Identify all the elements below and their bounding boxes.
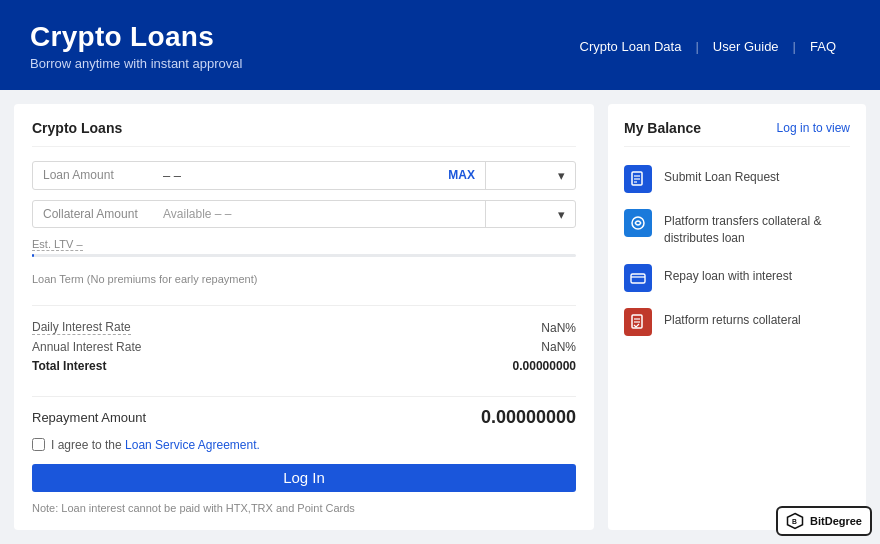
svg-text:B: B <box>792 518 797 525</box>
repayment-label: Repayment Amount <box>32 410 146 425</box>
main-content: Crypto Loans Loan Amount – – MAX ▾ Colla… <box>0 90 880 544</box>
separator-2 <box>32 396 576 397</box>
max-button[interactable]: MAX <box>448 168 475 182</box>
left-panel: Crypto Loans Loan Amount – – MAX ▾ Colla… <box>14 104 594 530</box>
ltv-bar-container <box>32 254 576 257</box>
step-transfer: Platform transfers collateral & distribu… <box>624 209 850 248</box>
page-subtitle: Borrow anytime with instant approval <box>30 56 242 71</box>
nav-user-guide[interactable]: User Guide <box>699 39 793 54</box>
chevron-down-icon-2: ▾ <box>558 207 565 222</box>
agreement-text: I agree to the Loan Service Agreement. <box>51 438 260 452</box>
note-text: Note: Loan interest cannot be paid with … <box>32 502 576 514</box>
annual-interest-label: Annual Interest Rate <box>32 340 141 354</box>
agreement-row: I agree to the Loan Service Agreement. <box>32 438 576 452</box>
step-return: Platform returns collateral <box>624 308 850 336</box>
separator-1 <box>32 305 576 306</box>
ltv-row: Est. LTV – <box>32 238 576 267</box>
return-icon <box>624 308 652 336</box>
step-repay: Repay loan with interest <box>624 264 850 292</box>
nav-faq[interactable]: FAQ <box>796 39 850 54</box>
step-list: Submit Loan Request Platform transfers c… <box>624 165 850 336</box>
submit-icon <box>624 165 652 193</box>
rates-section: Daily Interest Rate NaN% Annual Interest… <box>32 320 576 378</box>
annual-interest-value: NaN% <box>541 340 576 354</box>
total-interest-label: Total Interest <box>32 359 106 373</box>
transfer-icon-svg <box>630 215 646 231</box>
document-icon <box>630 171 646 187</box>
total-interest-value: 0.00000000 <box>513 359 576 373</box>
repayment-row: Repayment Amount 0.00000000 <box>32 407 576 428</box>
loan-service-agreement-link[interactable]: Loan Service Agreement. <box>125 438 260 452</box>
daily-interest-row: Daily Interest Rate NaN% <box>32 320 576 335</box>
login-button[interactable]: Log In <box>32 464 576 492</box>
step-submit-text: Submit Loan Request <box>664 165 779 186</box>
transfer-icon <box>624 209 652 237</box>
login-to-view-link[interactable]: Log in to view <box>777 121 850 135</box>
ltv-label: Est. LTV – <box>32 238 576 250</box>
daily-interest-value: NaN% <box>541 321 576 335</box>
repay-icon <box>624 264 652 292</box>
step-repay-text: Repay loan with interest <box>664 264 792 285</box>
step-transfer-text: Platform transfers collateral & distribu… <box>664 209 850 248</box>
loan-amount-value: – – <box>163 168 448 183</box>
svg-point-4 <box>632 217 644 229</box>
header-nav: Crypto Loan Data | User Guide | FAQ <box>566 39 850 54</box>
bitdegree-badge: B BitDegree <box>776 506 872 536</box>
collateral-amount-field: Collateral Amount Available – – ▾ <box>32 200 576 229</box>
loan-amount-label: Loan Amount <box>43 168 163 182</box>
nav-crypto-loan-data[interactable]: Crypto Loan Data <box>566 39 696 54</box>
loan-term-label: Loan Term (No premiums for early repayme… <box>32 273 576 285</box>
loan-currency-dropdown[interactable]: ▾ <box>485 162 575 189</box>
right-panel: My Balance Log in to view Submit Loan Re… <box>608 104 866 530</box>
collateral-label: Collateral Amount <box>43 207 163 221</box>
repay-icon-svg <box>630 270 646 286</box>
page-title: Crypto Loans <box>30 21 242 53</box>
step-return-text: Platform returns collateral <box>664 308 801 329</box>
daily-interest-label: Daily Interest Rate <box>32 320 131 335</box>
step-submit: Submit Loan Request <box>624 165 850 193</box>
svg-rect-5 <box>631 274 645 283</box>
ltv-bar <box>32 254 34 257</box>
loan-amount-field: Loan Amount – – MAX ▾ <box>32 161 576 190</box>
annual-interest-row: Annual Interest Rate NaN% <box>32 340 576 354</box>
chevron-down-icon: ▾ <box>558 168 565 183</box>
bitdegree-label: BitDegree <box>810 515 862 527</box>
my-balance-title: My Balance <box>624 120 701 136</box>
total-interest-row: Total Interest 0.00000000 <box>32 359 576 373</box>
collateral-currency-dropdown[interactable]: ▾ <box>485 201 575 228</box>
bitdegree-logo-icon: B <box>786 512 804 530</box>
return-icon-svg <box>630 314 646 330</box>
agreement-checkbox[interactable] <box>32 438 45 451</box>
header-left: Crypto Loans Borrow anytime with instant… <box>30 21 242 71</box>
repayment-value: 0.00000000 <box>481 407 576 428</box>
collateral-available: Available – – <box>163 207 485 221</box>
right-panel-header: My Balance Log in to view <box>624 120 850 147</box>
header: Crypto Loans Borrow anytime with instant… <box>0 0 880 90</box>
left-panel-title: Crypto Loans <box>32 120 576 147</box>
